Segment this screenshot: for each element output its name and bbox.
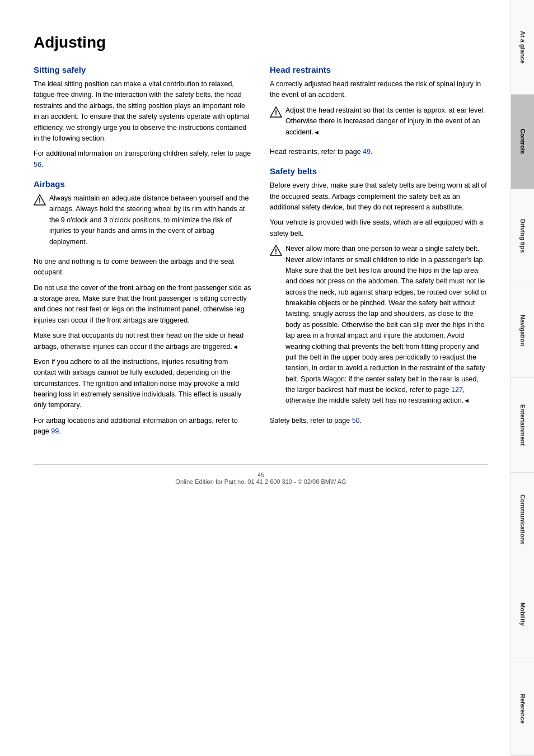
head-restraints-intro: A correctly adjusted head restraint redu… bbox=[270, 79, 488, 101]
airbag-warning-text: Always maintain an adequate distance bet… bbox=[49, 193, 252, 248]
warning-icon-safety-belts: ! bbox=[270, 244, 282, 256]
airbag-ref: For airbag locations and additional info… bbox=[34, 416, 252, 437]
safety-belts-warning-box: ! Never allow more than one person to we… bbox=[270, 244, 488, 411]
footer-text: Online Edition for Part no. 01 41 2 600 … bbox=[175, 478, 346, 485]
children-ref: For additional information on transporti… bbox=[34, 148, 252, 170]
head-restraints-warning-box: ! Adjust the head restraint so that its … bbox=[270, 105, 488, 142]
head-restraints-heading: Head restraints bbox=[270, 65, 488, 74]
sidebar-item-communications[interactable]: Communications bbox=[511, 473, 534, 567]
airbag-warning-box: ! Always maintain an adequate distance b… bbox=[34, 193, 252, 252]
page-container: Adjusting Sitting safely The ideal sitti… bbox=[0, 0, 534, 756]
sidebar-item-navigation[interactable]: Navigation bbox=[511, 283, 534, 378]
svg-text:!: ! bbox=[275, 248, 277, 255]
head-restraints-warning-text: Adjust the head restraint so that its ce… bbox=[285, 105, 488, 138]
sidebar: At a glance Controls Driving tips Naviga… bbox=[510, 0, 534, 756]
warning-icon-head-restraints: ! bbox=[270, 106, 282, 118]
airbag-p1: No one and nothing is to come between th… bbox=[34, 256, 252, 278]
left-column: Sitting safely The ideal sitting positio… bbox=[34, 65, 252, 442]
sidebar-item-controls[interactable]: Controls bbox=[511, 95, 534, 189]
airbag-p3: Make sure that occupants do not rest the… bbox=[34, 330, 252, 352]
right-column: Head restraints A correctly adjusted hea… bbox=[270, 65, 488, 442]
safety-belts-ref: Safety belts, refer to page 50. bbox=[270, 416, 488, 426]
main-content: Adjusting Sitting safely The ideal sitti… bbox=[0, 0, 510, 756]
warning-icon-airbag: ! bbox=[34, 194, 46, 206]
page-title: Adjusting bbox=[34, 34, 488, 52]
airbag-page-link[interactable]: 99 bbox=[51, 427, 59, 435]
head-restraints-page-link[interactable]: 49 bbox=[363, 148, 371, 156]
sidebar-item-entertainment[interactable]: Entertainment bbox=[511, 378, 534, 473]
safety-belts-warning-text: Never allow more than one person to wear… bbox=[285, 244, 488, 407]
safety-belts-heading: Safety belts bbox=[270, 166, 488, 176]
svg-text:!: ! bbox=[275, 109, 277, 117]
sidebar-item-mobility[interactable]: Mobility bbox=[511, 567, 534, 662]
safety-belts-p2: Your vehicle is provided with five seats… bbox=[270, 217, 488, 239]
safety-belts-p1: Before every drive, make sure that safet… bbox=[270, 180, 488, 213]
two-column-layout: Sitting safely The ideal sitting positio… bbox=[34, 65, 488, 442]
sitting-safely-heading: Sitting safely bbox=[34, 65, 252, 74]
sidebar-item-driving-tips[interactable]: Driving tips bbox=[511, 189, 534, 284]
children-page-link[interactable]: 56 bbox=[34, 161, 41, 169]
page-number: 45 bbox=[257, 472, 264, 478]
airbag-p4: Even if you adhere to all the instructio… bbox=[34, 357, 252, 411]
svg-text:!: ! bbox=[39, 197, 41, 205]
head-restraints-ref: Head restraints, refer to page 49. bbox=[270, 147, 488, 157]
airbags-heading: Airbags bbox=[34, 179, 252, 189]
safety-belts-page-link[interactable]: 50 bbox=[352, 417, 360, 424]
sidebar-item-at-a-glance[interactable]: At a glance bbox=[511, 0, 534, 95]
sidebar-item-reference[interactable]: Reference bbox=[511, 661, 534, 756]
airbag-p2: Do not use the cover of the front airbag… bbox=[34, 283, 252, 326]
safety-belts-warning-page-link[interactable]: 127 bbox=[451, 386, 463, 394]
sitting-safely-text: The ideal sitting position can make a vi… bbox=[34, 79, 252, 144]
footer: 45 Online Edition for Part no. 01 41 2 6… bbox=[34, 464, 488, 485]
